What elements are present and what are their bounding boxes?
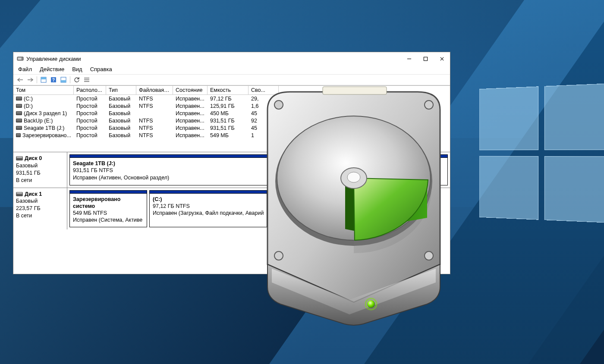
col-status[interactable]: Состояние [173, 86, 208, 95]
partition-title: Зарезервировано системо [73, 196, 144, 210]
volume-icon [16, 97, 22, 100]
volume-status: Исправен... [173, 110, 208, 117]
svg-point-19 [425, 251, 433, 260]
help-icon[interactable]: ? [49, 76, 58, 84]
volume-fs: NTFS [136, 102, 173, 110]
menu-help[interactable]: Справка [90, 66, 113, 72]
volume-name: Seagate 1TB (J:) [24, 125, 65, 131]
refresh-icon[interactable] [72, 76, 81, 84]
volume-layout: Простой [74, 110, 106, 117]
titlebar[interactable]: Управление дисками [13, 52, 450, 65]
volume-name: (D:) [24, 103, 33, 109]
disk-name: Диск 0 [25, 155, 42, 162]
volume-type: Базовый [106, 102, 136, 110]
svg-rect-1 [18, 58, 22, 60]
svg-point-24 [367, 300, 375, 308]
disk-type: Базовый [16, 198, 64, 205]
minimize-button[interactable] [406, 56, 412, 62]
volume-status: Исправен... [173, 102, 208, 110]
menubar: Файл Действие Вид Справка [13, 65, 450, 74]
menu-view[interactable]: Вид [72, 66, 83, 72]
window-title: Управление дисками [26, 56, 406, 62]
volume-icon [16, 119, 22, 122]
volume-layout: Простой [74, 124, 106, 132]
col-fs[interactable]: Файловая с... [136, 86, 173, 95]
volume-fs: NTFS [136, 95, 173, 102]
volume-type: Базовый [106, 95, 136, 102]
svg-rect-12 [84, 78, 89, 78]
volume-type: Базовый [106, 110, 136, 117]
disk-side-panel[interactable]: Диск 1Базовый223,57 ГБВ сети [13, 188, 67, 229]
volume-icon [16, 104, 22, 108]
menu-file[interactable]: Файл [18, 66, 32, 72]
disk-state: В сети [16, 212, 64, 220]
forward-button[interactable] [26, 76, 35, 84]
disk-icon [16, 156, 23, 160]
svg-rect-11 [61, 80, 66, 82]
volume-name: Зарезервировано... [22, 132, 71, 138]
disk-type: Базовый [16, 162, 64, 169]
hard-drive-icon [242, 84, 466, 326]
partition[interactable]: Зарезервировано системо549 МБ NTFSИсправ… [69, 190, 147, 227]
view-bottom-icon[interactable] [59, 76, 68, 84]
col-volume[interactable]: Том [13, 86, 74, 95]
volume-layout: Простой [74, 132, 106, 139]
partition-size: 549 МБ NTFS [73, 210, 144, 217]
col-type[interactable]: Тип [106, 86, 136, 95]
partition-status: Исправен (Система, Активе [73, 217, 144, 223]
svg-rect-3 [424, 57, 427, 60]
windows-logo-icon [479, 83, 604, 223]
svg-point-18 [274, 251, 283, 260]
volume-name: BackUp (E:) [24, 118, 53, 124]
disk-state: В сети [16, 177, 64, 184]
volume-layout: Простой [74, 117, 106, 124]
volume-layout: Простой [74, 95, 106, 102]
volume-status: Исправен... [173, 95, 208, 102]
volume-fs: NTFS [136, 124, 173, 132]
volume-name: (Диск 3 раздел 1) [24, 110, 67, 116]
disk-name: Диск 1 [25, 191, 42, 198]
disk-side-panel[interactable]: Диск 0Базовый931,51 ГБВ сети [13, 152, 67, 188]
volume-layout: Простой [74, 102, 106, 110]
svg-rect-13 [84, 79, 89, 80]
svg-rect-15 [323, 87, 387, 94]
maximize-button[interactable] [422, 56, 428, 62]
volume-fs [136, 110, 173, 117]
volume-icon [16, 126, 22, 130]
volume-type: Базовый [106, 117, 136, 124]
disk-size: 931,51 ГБ [16, 169, 64, 177]
volume-status: Исправен... [173, 117, 208, 124]
volume-icon [16, 111, 22, 115]
list-icon[interactable] [82, 76, 91, 84]
svg-rect-7 [41, 77, 46, 79]
disk-icon [16, 192, 23, 196]
svg-rect-14 [84, 81, 89, 82]
volume-status: Исправен... [173, 124, 208, 132]
view-top-icon[interactable] [39, 76, 48, 84]
volume-type: Базовый [106, 124, 136, 132]
volume-name: (C:) [24, 96, 33, 102]
svg-point-23 [347, 172, 360, 182]
volume-fs: NTFS [136, 132, 173, 139]
volume-type: Базовый [106, 132, 136, 139]
svg-point-16 [274, 100, 283, 109]
disk-size: 223,57 ГБ [16, 205, 64, 212]
volume-status: Исправен... [173, 132, 208, 139]
back-button[interactable] [16, 76, 25, 84]
col-layout[interactable]: Располо... [74, 86, 106, 95]
desktop: Управление дисками Файл Действие Вид Спр… [0, 0, 604, 364]
app-icon [17, 55, 24, 62]
close-button[interactable] [439, 56, 445, 62]
volume-icon [16, 133, 21, 137]
svg-text:?: ? [52, 78, 55, 82]
menu-action[interactable]: Действие [39, 66, 65, 72]
svg-point-17 [425, 100, 433, 109]
volume-fs: NTFS [136, 117, 173, 124]
